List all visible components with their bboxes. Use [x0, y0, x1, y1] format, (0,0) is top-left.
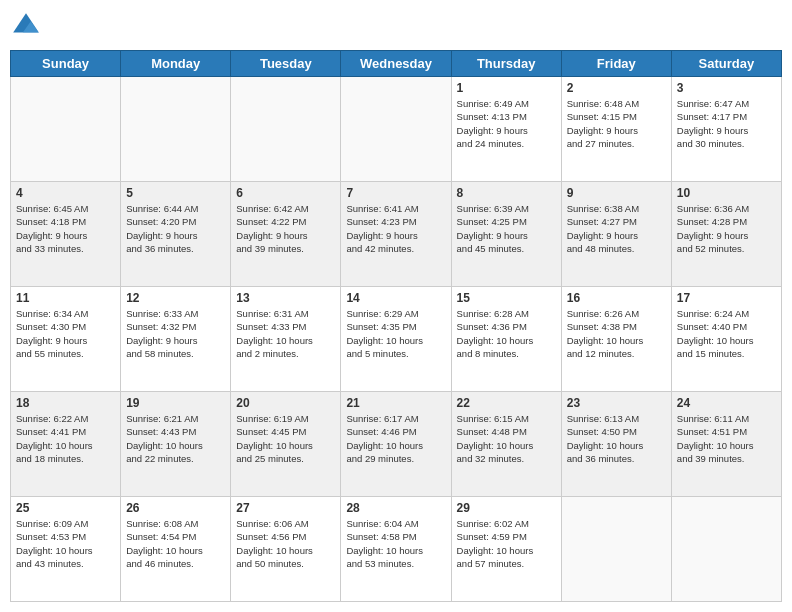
calendar-week-row: 1Sunrise: 6:49 AM Sunset: 4:13 PM Daylig…	[11, 77, 782, 182]
calendar-cell	[11, 77, 121, 182]
day-info: Sunrise: 6:41 AM Sunset: 4:23 PM Dayligh…	[346, 202, 445, 255]
day-number: 1	[457, 81, 556, 95]
weekday-header-row: SundayMondayTuesdayWednesdayThursdayFrid…	[11, 51, 782, 77]
weekday-header-saturday: Saturday	[671, 51, 781, 77]
day-number: 27	[236, 501, 335, 515]
day-info: Sunrise: 6:24 AM Sunset: 4:40 PM Dayligh…	[677, 307, 776, 360]
calendar-cell: 12Sunrise: 6:33 AM Sunset: 4:32 PM Dayli…	[121, 287, 231, 392]
weekday-header-sunday: Sunday	[11, 51, 121, 77]
calendar-cell: 13Sunrise: 6:31 AM Sunset: 4:33 PM Dayli…	[231, 287, 341, 392]
calendar-cell: 16Sunrise: 6:26 AM Sunset: 4:38 PM Dayli…	[561, 287, 671, 392]
day-number: 28	[346, 501, 445, 515]
day-number: 13	[236, 291, 335, 305]
calendar-week-row: 18Sunrise: 6:22 AM Sunset: 4:41 PM Dayli…	[11, 392, 782, 497]
day-info: Sunrise: 6:15 AM Sunset: 4:48 PM Dayligh…	[457, 412, 556, 465]
day-number: 6	[236, 186, 335, 200]
calendar-cell: 9Sunrise: 6:38 AM Sunset: 4:27 PM Daylig…	[561, 182, 671, 287]
day-info: Sunrise: 6:09 AM Sunset: 4:53 PM Dayligh…	[16, 517, 115, 570]
calendar-cell: 29Sunrise: 6:02 AM Sunset: 4:59 PM Dayli…	[451, 497, 561, 602]
calendar-cell: 27Sunrise: 6:06 AM Sunset: 4:56 PM Dayli…	[231, 497, 341, 602]
calendar-cell: 6Sunrise: 6:42 AM Sunset: 4:22 PM Daylig…	[231, 182, 341, 287]
day-info: Sunrise: 6:11 AM Sunset: 4:51 PM Dayligh…	[677, 412, 776, 465]
day-info: Sunrise: 6:08 AM Sunset: 4:54 PM Dayligh…	[126, 517, 225, 570]
day-number: 5	[126, 186, 225, 200]
calendar-cell: 1Sunrise: 6:49 AM Sunset: 4:13 PM Daylig…	[451, 77, 561, 182]
day-number: 18	[16, 396, 115, 410]
calendar-week-row: 4Sunrise: 6:45 AM Sunset: 4:18 PM Daylig…	[11, 182, 782, 287]
calendar-cell: 22Sunrise: 6:15 AM Sunset: 4:48 PM Dayli…	[451, 392, 561, 497]
day-info: Sunrise: 6:04 AM Sunset: 4:58 PM Dayligh…	[346, 517, 445, 570]
day-info: Sunrise: 6:33 AM Sunset: 4:32 PM Dayligh…	[126, 307, 225, 360]
calendar-cell: 10Sunrise: 6:36 AM Sunset: 4:28 PM Dayli…	[671, 182, 781, 287]
day-info: Sunrise: 6:39 AM Sunset: 4:25 PM Dayligh…	[457, 202, 556, 255]
day-info: Sunrise: 6:31 AM Sunset: 4:33 PM Dayligh…	[236, 307, 335, 360]
calendar-cell: 24Sunrise: 6:11 AM Sunset: 4:51 PM Dayli…	[671, 392, 781, 497]
calendar-cell: 23Sunrise: 6:13 AM Sunset: 4:50 PM Dayli…	[561, 392, 671, 497]
weekday-header-wednesday: Wednesday	[341, 51, 451, 77]
calendar-cell	[231, 77, 341, 182]
day-info: Sunrise: 6:38 AM Sunset: 4:27 PM Dayligh…	[567, 202, 666, 255]
day-number: 26	[126, 501, 225, 515]
day-number: 2	[567, 81, 666, 95]
calendar-cell: 5Sunrise: 6:44 AM Sunset: 4:20 PM Daylig…	[121, 182, 231, 287]
day-number: 21	[346, 396, 445, 410]
weekday-header-monday: Monday	[121, 51, 231, 77]
day-number: 22	[457, 396, 556, 410]
day-info: Sunrise: 6:47 AM Sunset: 4:17 PM Dayligh…	[677, 97, 776, 150]
calendar-cell: 8Sunrise: 6:39 AM Sunset: 4:25 PM Daylig…	[451, 182, 561, 287]
day-info: Sunrise: 6:19 AM Sunset: 4:45 PM Dayligh…	[236, 412, 335, 465]
day-info: Sunrise: 6:21 AM Sunset: 4:43 PM Dayligh…	[126, 412, 225, 465]
calendar-cell: 14Sunrise: 6:29 AM Sunset: 4:35 PM Dayli…	[341, 287, 451, 392]
day-info: Sunrise: 6:22 AM Sunset: 4:41 PM Dayligh…	[16, 412, 115, 465]
day-number: 8	[457, 186, 556, 200]
day-info: Sunrise: 6:29 AM Sunset: 4:35 PM Dayligh…	[346, 307, 445, 360]
day-info: Sunrise: 6:02 AM Sunset: 4:59 PM Dayligh…	[457, 517, 556, 570]
day-number: 23	[567, 396, 666, 410]
day-number: 9	[567, 186, 666, 200]
day-info: Sunrise: 6:26 AM Sunset: 4:38 PM Dayligh…	[567, 307, 666, 360]
calendar-cell: 15Sunrise: 6:28 AM Sunset: 4:36 PM Dayli…	[451, 287, 561, 392]
day-number: 14	[346, 291, 445, 305]
header	[10, 10, 782, 42]
day-info: Sunrise: 6:13 AM Sunset: 4:50 PM Dayligh…	[567, 412, 666, 465]
day-number: 7	[346, 186, 445, 200]
day-info: Sunrise: 6:48 AM Sunset: 4:15 PM Dayligh…	[567, 97, 666, 150]
day-number: 17	[677, 291, 776, 305]
calendar-cell	[561, 497, 671, 602]
calendar-cell: 26Sunrise: 6:08 AM Sunset: 4:54 PM Dayli…	[121, 497, 231, 602]
calendar-table: SundayMondayTuesdayWednesdayThursdayFrid…	[10, 50, 782, 602]
day-number: 10	[677, 186, 776, 200]
day-number: 24	[677, 396, 776, 410]
weekday-header-friday: Friday	[561, 51, 671, 77]
day-number: 12	[126, 291, 225, 305]
day-info: Sunrise: 6:42 AM Sunset: 4:22 PM Dayligh…	[236, 202, 335, 255]
day-number: 29	[457, 501, 556, 515]
calendar-cell	[121, 77, 231, 182]
day-info: Sunrise: 6:49 AM Sunset: 4:13 PM Dayligh…	[457, 97, 556, 150]
day-info: Sunrise: 6:17 AM Sunset: 4:46 PM Dayligh…	[346, 412, 445, 465]
calendar-week-row: 25Sunrise: 6:09 AM Sunset: 4:53 PM Dayli…	[11, 497, 782, 602]
calendar-cell: 20Sunrise: 6:19 AM Sunset: 4:45 PM Dayli…	[231, 392, 341, 497]
day-info: Sunrise: 6:06 AM Sunset: 4:56 PM Dayligh…	[236, 517, 335, 570]
day-info: Sunrise: 6:44 AM Sunset: 4:20 PM Dayligh…	[126, 202, 225, 255]
day-number: 11	[16, 291, 115, 305]
day-number: 25	[16, 501, 115, 515]
calendar-week-row: 11Sunrise: 6:34 AM Sunset: 4:30 PM Dayli…	[11, 287, 782, 392]
calendar-cell: 3Sunrise: 6:47 AM Sunset: 4:17 PM Daylig…	[671, 77, 781, 182]
calendar-cell: 4Sunrise: 6:45 AM Sunset: 4:18 PM Daylig…	[11, 182, 121, 287]
logo	[10, 10, 46, 42]
weekday-header-tuesday: Tuesday	[231, 51, 341, 77]
calendar-cell: 28Sunrise: 6:04 AM Sunset: 4:58 PM Dayli…	[341, 497, 451, 602]
calendar-cell: 19Sunrise: 6:21 AM Sunset: 4:43 PM Dayli…	[121, 392, 231, 497]
day-number: 15	[457, 291, 556, 305]
logo-icon	[10, 10, 42, 42]
day-number: 19	[126, 396, 225, 410]
day-info: Sunrise: 6:34 AM Sunset: 4:30 PM Dayligh…	[16, 307, 115, 360]
calendar-cell: 25Sunrise: 6:09 AM Sunset: 4:53 PM Dayli…	[11, 497, 121, 602]
page: SundayMondayTuesdayWednesdayThursdayFrid…	[0, 0, 792, 612]
calendar-cell: 21Sunrise: 6:17 AM Sunset: 4:46 PM Dayli…	[341, 392, 451, 497]
day-number: 20	[236, 396, 335, 410]
day-info: Sunrise: 6:36 AM Sunset: 4:28 PM Dayligh…	[677, 202, 776, 255]
day-number: 3	[677, 81, 776, 95]
day-number: 4	[16, 186, 115, 200]
